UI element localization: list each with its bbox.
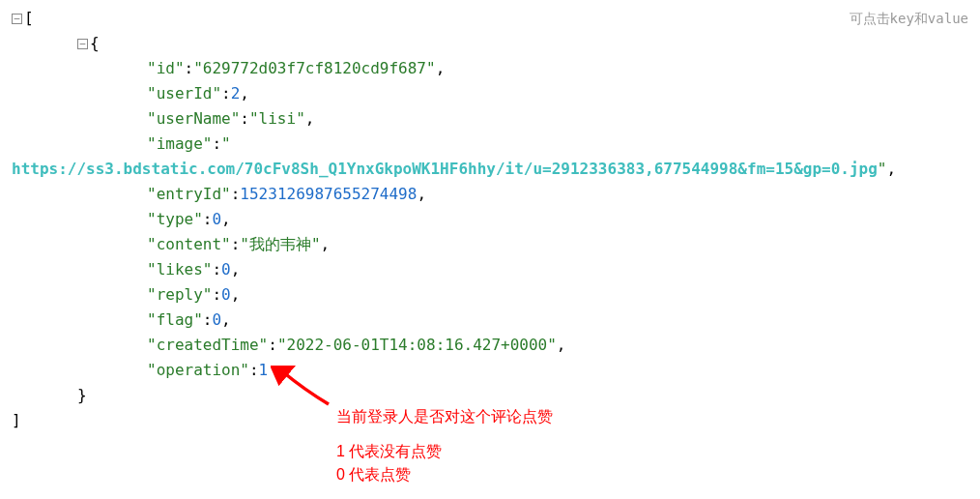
value-content[interactable]: "我的韦神" [240, 235, 320, 253]
colon: : [203, 310, 213, 329]
close-array-bracket: ] [12, 411, 21, 429]
line-open-bracket: −[ [12, 6, 968, 31]
key-reply[interactable]: "reply" [147, 285, 212, 304]
colon: : [212, 285, 221, 304]
comma: , [417, 185, 426, 203]
property-row: "userId":2, [12, 81, 968, 106]
comma: , [305, 109, 315, 128]
annotation-line3: 0 代表点赞 [336, 462, 411, 487]
property-row: "type":0, [12, 207, 968, 232]
property-row: "operation":1 [12, 358, 968, 383]
value-id[interactable]: "629772d03f7cf8120cd9f687" [193, 59, 435, 77]
value-createdtime[interactable]: "2022-06-01T14:08:16.427+0000" [277, 336, 557, 354]
property-row: "userName":"lisi", [12, 106, 968, 132]
key-type[interactable]: "type" [147, 210, 203, 228]
property-row-image-url: https://ss3.bdstatic.com/70cFv8Sh_Q1YnxG… [12, 157, 968, 182]
value-userid[interactable]: 2 [231, 84, 241, 103]
value-username[interactable]: "lisi" [249, 109, 305, 128]
toggle-object[interactable]: − [77, 39, 88, 49]
property-row: "content":"我的韦神", [12, 232, 968, 257]
open-object-brace: { [90, 34, 100, 52]
value-image-url[interactable]: https://ss3.bdstatic.com/70cFv8Sh_Q1YnxG… [12, 160, 878, 178]
comma: , [321, 235, 331, 253]
key-flag[interactable]: "flag" [147, 310, 203, 329]
property-row: "createdTime":"2022-06-01T14:08:16.427+0… [12, 333, 968, 358]
value-reply[interactable]: 0 [221, 285, 231, 304]
key-operation[interactable]: "operation" [147, 361, 249, 379]
close-object-brace: } [77, 386, 87, 404]
value-type[interactable]: 0 [212, 210, 221, 228]
colon: : [185, 59, 194, 77]
property-row: "image":" [12, 132, 968, 157]
value-image-quote-close: " [878, 160, 887, 178]
colon: : [268, 336, 277, 354]
value-entryid[interactable]: 1523126987655274498 [240, 185, 417, 203]
colon: : [231, 185, 241, 203]
colon: : [221, 84, 231, 103]
key-createdtime[interactable]: "createdTime" [147, 336, 268, 354]
property-row: "flag":0, [12, 308, 968, 333]
toggle-array[interactable]: − [12, 14, 22, 24]
value-operation[interactable]: 1 [259, 361, 269, 379]
key-username[interactable]: "userName" [147, 109, 240, 128]
comma: , [557, 336, 566, 354]
comma: , [231, 260, 241, 279]
colon: : [203, 210, 213, 228]
comma: , [221, 310, 231, 329]
colon: : [212, 134, 221, 153]
colon: : [249, 361, 259, 379]
comma: , [436, 59, 446, 77]
comma: , [221, 210, 231, 228]
property-row: "id":"629772d03f7cf8120cd9f687", [12, 56, 968, 81]
key-content[interactable]: "content" [147, 235, 231, 253]
line-open-brace: −{ [12, 31, 968, 56]
hint-text: 可点击key和value [850, 6, 968, 31]
comma: , [240, 84, 249, 103]
colon: : [240, 109, 249, 128]
colon: : [212, 260, 221, 279]
key-id[interactable]: "id" [147, 59, 185, 77]
key-entryid[interactable]: "entryId" [147, 185, 231, 203]
property-row: "reply":0, [12, 282, 968, 308]
open-array-bracket: [ [24, 9, 34, 27]
comma: , [887, 160, 897, 178]
property-row: "likes":0, [12, 257, 968, 282]
value-flag[interactable]: 0 [212, 310, 221, 329]
annotation-line1: 当前登录人是否对这个评论点赞 [336, 404, 553, 429]
value-image-quote-open: " [221, 134, 231, 153]
annotation-line2: 1 代表没有点赞 [336, 439, 442, 464]
property-row: "entryId":1523126987655274498, [12, 182, 968, 207]
key-image[interactable]: "image" [147, 134, 212, 153]
key-userid[interactable]: "userId" [147, 84, 221, 103]
colon: : [231, 235, 241, 253]
comma: , [231, 285, 241, 304]
value-likes[interactable]: 0 [221, 260, 231, 279]
key-likes[interactable]: "likes" [147, 260, 212, 279]
